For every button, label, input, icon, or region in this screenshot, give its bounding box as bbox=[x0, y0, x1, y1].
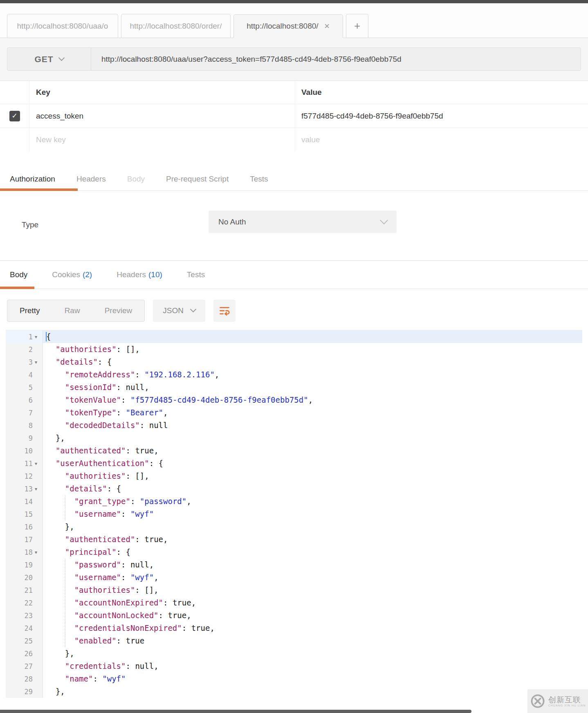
params-table: Key Value ✓ access_token f577d485-cd49-4… bbox=[0, 81, 588, 167]
active-tab-underline bbox=[0, 287, 34, 289]
wrap-lines-button[interactable] bbox=[213, 300, 236, 322]
browser-tab-1[interactable]: http://localhost:8080/uaa/o bbox=[7, 14, 118, 38]
line-number: 24 bbox=[25, 624, 33, 632]
code-line: 22 "accountNonExpired": true, bbox=[6, 596, 582, 609]
line-number: 1 bbox=[29, 333, 33, 341]
line-number-gutter: 28 bbox=[6, 673, 43, 685]
code-line: 10 "authenticated": true, bbox=[6, 444, 582, 457]
fold-arrow-icon[interactable]: ▾ bbox=[33, 359, 39, 365]
line-number: 23 bbox=[25, 612, 33, 620]
line-number: 10 bbox=[25, 447, 33, 455]
response-tab-tests[interactable]: Tests bbox=[187, 270, 205, 279]
code-line: 17 "authenticated": true, bbox=[6, 533, 582, 546]
line-number-gutter[interactable]: 1▾ bbox=[6, 330, 43, 343]
response-tab-headers[interactable]: Headers(10) bbox=[117, 270, 162, 279]
line-number-gutter: 26 bbox=[6, 647, 43, 660]
code-line-content: }, bbox=[43, 685, 582, 698]
code-line-content: "decodedDetails": null bbox=[43, 419, 582, 432]
indent-guide bbox=[65, 596, 65, 609]
code-line-content: "sessionId": null, bbox=[43, 381, 582, 394]
new-value-input[interactable] bbox=[301, 135, 574, 144]
new-key-input[interactable] bbox=[36, 135, 282, 144]
method-selector[interactable]: GET bbox=[7, 48, 91, 70]
response-tab-body[interactable]: Body bbox=[10, 270, 27, 279]
code-line: 18▾ "principal": { bbox=[6, 546, 582, 558]
chevron-down-icon bbox=[190, 306, 197, 313]
code-line-content: "authorities": [], bbox=[43, 343, 582, 356]
wrap-lines-icon bbox=[219, 305, 230, 316]
param-key[interactable]: access_token bbox=[29, 104, 295, 128]
tab-headers[interactable]: Headers bbox=[76, 175, 106, 184]
indent-guide bbox=[65, 622, 65, 635]
code-line: 2 "authorities": [], bbox=[6, 343, 582, 356]
line-number: 22 bbox=[25, 599, 33, 607]
code-line: 25 "enabled": true bbox=[6, 635, 582, 647]
indent-guide bbox=[65, 495, 65, 508]
response-toolbar: Pretty Raw Preview JSON bbox=[0, 289, 588, 330]
code-line-content: "remoteAddress": "192.168.2.116", bbox=[43, 368, 582, 381]
code-line-content: "userAuthentication": { bbox=[43, 457, 582, 470]
auth-type-select[interactable]: No Auth bbox=[209, 211, 397, 233]
fold-arrow-icon[interactable]: ▾ bbox=[33, 461, 39, 466]
new-tab-button[interactable]: + bbox=[346, 14, 368, 38]
fold-arrow-icon[interactable]: ▾ bbox=[33, 549, 39, 555]
request-url-bar: GET bbox=[7, 47, 581, 71]
code-line-content: "authorities": [], bbox=[43, 584, 582, 596]
fold-arrow-icon[interactable]: ▾ bbox=[33, 486, 39, 492]
line-number: 18 bbox=[25, 548, 33, 556]
response-body-editor[interactable]: 1▾{2 "authorities": [],3▾ "details": {4 … bbox=[6, 330, 582, 698]
line-number-gutter[interactable]: 18▾ bbox=[6, 546, 43, 558]
line-number: 5 bbox=[29, 383, 33, 392]
tab-bar: http://localhost:8080/uaa/o http://local… bbox=[0, 3, 588, 38]
tab-pre-request-script[interactable]: Pre-request Script bbox=[166, 175, 229, 184]
view-mode-pretty[interactable]: Pretty bbox=[7, 300, 52, 321]
horizontal-scrollbar[interactable] bbox=[0, 710, 471, 713]
fold-arrow-icon[interactable]: ▾ bbox=[33, 334, 39, 340]
tab-label: http://localhost:8080/uaa/o bbox=[17, 22, 108, 31]
line-number-gutter: 15 bbox=[6, 508, 43, 520]
param-row: ✓ access_token f577d485-cd49-4deb-8756-f… bbox=[0, 104, 588, 128]
line-number: 6 bbox=[29, 396, 33, 404]
line-number-gutter: 12 bbox=[6, 470, 43, 482]
tab-body[interactable]: Body bbox=[127, 175, 145, 184]
close-tab-icon[interactable]: ✕ bbox=[324, 22, 330, 31]
auth-type-value: No Auth bbox=[218, 217, 246, 226]
line-number-gutter[interactable]: 11▾ bbox=[6, 457, 43, 470]
code-line: 13▾ "details": { bbox=[6, 482, 582, 495]
code-line-content: "tokenType": "Bearer", bbox=[43, 406, 582, 419]
tab-tests[interactable]: Tests bbox=[250, 175, 268, 184]
tab-authorization[interactable]: Authorization bbox=[10, 175, 55, 184]
code-line: 20 "username": "wyf", bbox=[6, 571, 582, 584]
line-number: 13 bbox=[25, 485, 33, 493]
code-line: 3▾ "details": { bbox=[6, 356, 582, 368]
line-number: 16 bbox=[25, 523, 33, 531]
code-line-content: "grant_type": "password", bbox=[43, 495, 582, 508]
browser-tab-3-active[interactable]: http://localhost:8080/ ✕ bbox=[233, 14, 343, 38]
watermark-text: 创新互联 CHUANG XIN HU LIAN bbox=[548, 696, 586, 707]
code-line-content: "enabled": true bbox=[43, 635, 582, 647]
line-number: 25 bbox=[25, 637, 33, 645]
chevron-down-icon bbox=[58, 54, 65, 61]
checkbox-column-header bbox=[0, 81, 29, 104]
indent-guide bbox=[65, 609, 65, 622]
code-line-content: "password": null, bbox=[43, 558, 582, 571]
indent-guide bbox=[65, 508, 65, 520]
view-mode-raw[interactable]: Raw bbox=[52, 300, 92, 321]
response-tab-cookies[interactable]: Cookies(2) bbox=[52, 270, 92, 279]
indent-guide bbox=[65, 571, 65, 584]
line-number: 11 bbox=[25, 460, 33, 468]
line-number-gutter[interactable]: 3▾ bbox=[6, 356, 43, 368]
view-mode-preview[interactable]: Preview bbox=[92, 300, 145, 321]
request-tabs: Authorization Headers Body Pre-request S… bbox=[0, 167, 588, 191]
line-number-gutter: 4 bbox=[6, 368, 43, 381]
cx-logo-icon bbox=[530, 693, 545, 709]
url-input[interactable] bbox=[91, 48, 581, 70]
cookies-count-badge: (2) bbox=[83, 270, 92, 279]
param-enabled-checkbox[interactable]: ✓ bbox=[9, 111, 20, 121]
code-line-content: "username": "wyf" bbox=[43, 508, 582, 520]
param-value[interactable]: f577d485-cd49-4deb-8756-f9eaf0ebb75d bbox=[295, 104, 588, 128]
line-number-gutter: 24 bbox=[6, 622, 43, 635]
line-number-gutter[interactable]: 13▾ bbox=[6, 482, 43, 495]
browser-tab-2[interactable]: http://localhost:8080/order/ bbox=[121, 14, 231, 38]
format-selector[interactable]: JSON bbox=[153, 300, 205, 322]
